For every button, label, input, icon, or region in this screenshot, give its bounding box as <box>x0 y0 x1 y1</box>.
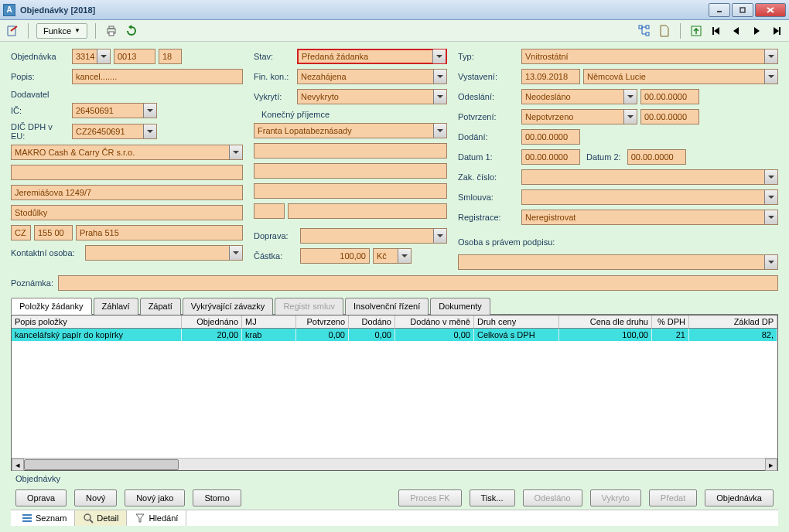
mesto-field[interactable] <box>76 225 243 240</box>
doprava-dropdown[interactable] <box>300 228 447 244</box>
col-potvrzeno[interactable]: Potvrzeno <box>296 315 349 328</box>
vystaveni-osoba-dropdown[interactable] <box>583 69 778 84</box>
chevron-down-icon[interactable] <box>623 110 637 124</box>
chevron-down-icon[interactable] <box>764 255 777 269</box>
col-mj[interactable]: MJ <box>242 315 296 328</box>
chevron-down-icon[interactable] <box>229 145 242 159</box>
horizontal-scrollbar[interactable]: ◂ ▸ <box>12 458 777 470</box>
col-popis[interactable]: Popis položky <box>12 315 182 328</box>
smlouva-dropdown[interactable] <box>521 189 778 205</box>
grid-body[interactable]: kancelářský papír do kopírky 20,00 krab … <box>12 329 777 458</box>
viewtab-seznam[interactable]: Seznam <box>14 510 75 526</box>
castka-mena-dropdown[interactable] <box>373 248 412 264</box>
novy-button[interactable]: Nový <box>74 489 117 506</box>
col-dodano-mene[interactable]: Dodáno v měně <box>395 315 474 328</box>
datum1-field[interactable] <box>521 149 580 165</box>
chevron-down-icon[interactable] <box>97 49 110 63</box>
odeslani-date-field[interactable] <box>640 89 699 104</box>
refresh-icon[interactable] <box>124 23 139 39</box>
psc-field[interactable] <box>34 225 73 240</box>
storno-button[interactable]: Storno <box>193 489 241 506</box>
dodavatel-name-field[interactable] <box>11 145 243 160</box>
nav-prev-icon[interactable] <box>729 23 744 39</box>
export-icon[interactable] <box>688 23 704 39</box>
viewtab-hledani[interactable]: Hledání <box>127 510 186 526</box>
chevron-down-icon[interactable] <box>764 49 777 63</box>
close-button[interactable] <box>755 3 786 17</box>
col-cena[interactable]: Cena dle druhu <box>559 315 652 328</box>
objednavka-field-b[interactable] <box>114 49 155 64</box>
tab-insolvence[interactable]: Insolvenční řízení <box>345 298 429 315</box>
potvrzeni-dropdown[interactable] <box>521 109 637 124</box>
chevron-down-icon[interactable] <box>433 229 446 243</box>
objednavka-button[interactable]: Objednávka <box>705 489 774 506</box>
tree-icon[interactable] <box>637 23 652 39</box>
chevron-down-icon[interactable] <box>229 246 242 260</box>
tab-dokumenty[interactable]: Dokumenty <box>430 298 490 315</box>
potvrzeni-date-field[interactable] <box>640 109 699 124</box>
ic-field[interactable] <box>72 103 157 118</box>
objednavka-field-c[interactable] <box>159 49 182 64</box>
minimize-button[interactable] <box>709 3 730 17</box>
chevron-down-icon[interactable] <box>433 124 446 138</box>
konecny-zeme-field[interactable] <box>254 203 285 219</box>
dodavatel-line2-field[interactable] <box>11 165 243 180</box>
print-icon[interactable] <box>104 23 119 39</box>
chevron-down-icon[interactable] <box>764 190 777 204</box>
viewtab-detail[interactable]: Detail <box>75 510 127 526</box>
chevron-down-icon[interactable] <box>623 90 637 104</box>
dicdph-field[interactable] <box>72 124 157 139</box>
chevron-down-icon[interactable] <box>432 49 446 63</box>
konecny-name-field[interactable] <box>254 123 447 138</box>
document-icon[interactable] <box>657 23 672 39</box>
registrace-dropdown[interactable] <box>521 210 778 225</box>
stav-dropdown[interactable] <box>297 49 447 64</box>
scroll-left-icon[interactable]: ◂ <box>12 459 24 471</box>
castka-field[interactable] <box>300 248 370 264</box>
objednavka-field-a[interactable] <box>72 49 111 64</box>
chevron-down-icon[interactable] <box>143 104 156 118</box>
zeme-field[interactable] <box>11 225 31 240</box>
maximize-button[interactable] <box>732 3 753 17</box>
konecny-line4-field[interactable] <box>254 183 447 199</box>
konecny-line2-field[interactable] <box>254 143 447 159</box>
tab-zahlavi[interactable]: Záhlaví <box>94 298 138 315</box>
chevron-down-icon[interactable] <box>433 70 446 84</box>
konecny-rest-field[interactable] <box>288 203 447 219</box>
funkce-dropdown[interactable]: Funkce ▼ <box>36 23 87 39</box>
col-dodano[interactable]: Dodáno <box>349 315 395 328</box>
tab-vykryvajici[interactable]: Vykrývající závazky <box>183 298 274 315</box>
tab-zapati[interactable]: Zápatí <box>140 298 181 315</box>
toolbar-exit-icon[interactable] <box>5 23 20 39</box>
chevron-down-icon[interactable] <box>764 210 777 224</box>
nav-next-icon[interactable] <box>749 23 764 39</box>
col-zaklad[interactable]: Základ DP <box>689 315 777 328</box>
chevron-down-icon[interactable] <box>143 124 156 138</box>
vystaveni-date-field[interactable] <box>521 69 580 84</box>
chevron-down-icon[interactable] <box>433 90 446 104</box>
typ-dropdown[interactable] <box>521 49 778 64</box>
tisk-button[interactable]: Tisk... <box>470 489 515 506</box>
chevron-down-icon[interactable] <box>764 70 777 84</box>
poznamka-field[interactable] <box>58 275 778 291</box>
nav-first-icon[interactable] <box>709 23 724 39</box>
datum2-field[interactable] <box>627 149 686 165</box>
dodani-date-field[interactable] <box>521 129 580 145</box>
odeslani-dropdown[interactable] <box>521 89 637 104</box>
col-objednano[interactable]: Objednáno <box>182 315 242 328</box>
finkon-dropdown[interactable] <box>297 69 447 84</box>
popis-field[interactable] <box>72 69 243 84</box>
nav-last-icon[interactable] <box>769 23 784 39</box>
vykryti-dropdown[interactable] <box>297 89 447 104</box>
table-row[interactable]: kancelářský papír do kopírky 20,00 krab … <box>12 329 777 341</box>
adresa1-field[interactable] <box>11 185 243 200</box>
col-druh[interactable]: Druh ceny <box>474 315 559 328</box>
oprava-button[interactable]: Oprava <box>15 489 67 506</box>
col-dph[interactable]: % DPH <box>652 315 689 328</box>
chevron-down-icon[interactable] <box>398 249 411 263</box>
osoba-podpis-dropdown[interactable] <box>458 254 778 270</box>
zakcislo-dropdown[interactable] <box>521 169 778 185</box>
tab-polozky[interactable]: Položky žádanky <box>11 298 92 315</box>
kontakt-field[interactable] <box>85 245 243 261</box>
novy-jako-button[interactable]: Nový jako <box>125 489 185 506</box>
